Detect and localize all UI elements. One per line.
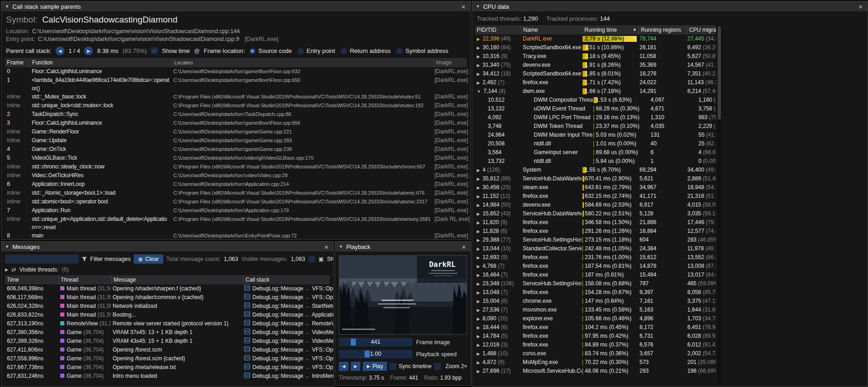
- expander-icon[interactable]: ▶: [477, 194, 481, 199]
- frame-location-radio[interactable]: Source code: [249, 47, 292, 54]
- radio-circle-icon[interactable]: [396, 48, 403, 54]
- frame-location-radio[interactable]: Return address: [341, 47, 391, 54]
- frame-location-radio[interactable]: Entry point: [297, 47, 335, 54]
- cpu-process-row[interactable]: ▶ 30,456 (25)steam.exe643.61 ms (2.79%)3…: [475, 183, 716, 192]
- cpu-process-row[interactable]: ▶ 13,048 (7)firefox.exe154.28 ms (0.67%)…: [475, 288, 716, 297]
- show-time-checkbox[interactable]: ✓: [151, 47, 158, 54]
- expander-icon[interactable]: ▶: [477, 247, 481, 251]
- expander-icon[interactable]: ▶: [477, 343, 481, 347]
- message-callstack[interactable]: DebugLog::Message ← RemoteViev: [242, 319, 334, 328]
- message-row[interactable]: 626,024,328nsMain thread (31,596)Network…: [5, 302, 330, 311]
- column-header[interactable]: PID/TID: [475, 25, 521, 35]
- expander-icon[interactable]: ▶: [477, 255, 481, 260]
- cpu-process-row[interactable]: ▶ 15,652 (43)ServiceHub.DataWarehouse580…: [475, 209, 716, 218]
- expander-icon[interactable]: ▶: [477, 273, 481, 277]
- cpu-titlebar[interactable]: ▼ CPU data ×: [472, 1, 868, 12]
- expander-icon[interactable]: ▶: [477, 220, 481, 225]
- expander-icon[interactable]: ▶: [477, 81, 481, 85]
- cpu-process-row[interactable]: ▶ 8,080 (20)explorer.exe105.66 ms (0.46%…: [475, 314, 716, 323]
- message-row[interactable]: 606,117,568nsMain thread (31,596)Opening…: [5, 293, 330, 302]
- cpu-process-row[interactable]: ▶ 27,536 (7)msvsmon.exe133.45 ms (0.58%)…: [475, 306, 716, 314]
- cpu-process-row[interactable]: 20,508ntdll.dll1.01 ms (0.00%)4025 (62.5…: [475, 139, 716, 148]
- prev-callstack-button[interactable]: ◀: [56, 46, 64, 55]
- callstack-row[interactable]: 2TaskDispatch::SyncC:\Users\wolf\Desktop…: [5, 110, 467, 119]
- expander-icon[interactable]: ▶: [477, 168, 481, 173]
- cpu-process-row[interactable]: ▶ 14,984 (50)devenv.exe584.69 ms (2.53%)…: [475, 201, 716, 209]
- collapse-arrow-icon[interactable]: ▼: [339, 244, 343, 249]
- expander-icon[interactable]: ▶: [477, 177, 481, 181]
- expand-arrow-icon[interactable]: ▶: [5, 267, 8, 272]
- expander-icon[interactable]: ▶: [477, 282, 481, 286]
- collapse-arrow-icon[interactable]: ▼: [476, 4, 480, 9]
- column-header[interactable]: Call stack: [244, 275, 334, 284]
- expander-icon[interactable]: ▶: [477, 37, 481, 41]
- frame-image-slider[interactable]: 441: [339, 338, 412, 347]
- column-header[interactable]: Running time▼: [582, 25, 639, 35]
- column-header[interactable]: Location: [172, 58, 434, 67]
- radio-circle-icon[interactable]: [249, 48, 256, 54]
- column-header[interactable]: Function: [30, 58, 172, 67]
- cpu-process-row[interactable]: ▶ 4,768 (7)firefox.exe187.54 ms (0.81%)1…: [475, 262, 716, 271]
- message-callstack[interactable]: DebugLog::Message ← VFS::Open: [242, 293, 334, 302]
- message-row[interactable]: 606,049,398nsMain thread (31,596)Opening…: [5, 284, 330, 293]
- clear-button[interactable]: ⊗Clear: [134, 254, 163, 264]
- expander-icon[interactable]: ▶: [477, 212, 481, 216]
- message-row[interactable]: 627,313,190nsRemoteView (31,392)Remote v…: [5, 319, 330, 328]
- sync-timeline-checkbox[interactable]: [389, 363, 396, 370]
- message-callstack[interactable]: DebugLog::Message ← VideoMemo: [242, 328, 334, 337]
- cpu-process-row[interactable]: ▶ 18,444 (6)firefox.exe104.2 ms (0.45%)8…: [475, 323, 716, 332]
- message-callstack[interactable]: DebugLog::Message ← Application:: [242, 311, 334, 319]
- expander-icon[interactable]: ▶: [477, 203, 481, 208]
- column-header[interactable]: Image: [434, 58, 471, 67]
- message-row[interactable]: 627,831,246nsGame (36,704)Intro menu loa…: [5, 372, 330, 381]
- collapse-arrow-icon[interactable]: ▼: [5, 4, 9, 9]
- callstack-row[interactable]: 0Floor::CalcLightNoLuminanceC:\Users\wol…: [5, 67, 467, 76]
- cpu-process-row[interactable]: ▶ 16,464 (7)firefox.exe187 ms (0.81%)15,…: [475, 271, 716, 279]
- column-header[interactable]: Frame: [5, 58, 30, 67]
- collapse-arrow-icon[interactable]: ▼: [5, 244, 9, 249]
- cpu-process-row[interactable]: ▶ 11,828 (6)firefox.exe291.26 ms (1.26%)…: [475, 227, 716, 236]
- expander-icon[interactable]: ▶: [477, 308, 481, 312]
- cpu-process-row[interactable]: ▼ 7,144 (8)dwm.exe1.66 s (7.18%)14,2918,…: [475, 87, 716, 96]
- column-header[interactable]: Running regions: [639, 25, 687, 35]
- expander-icon[interactable]: ▶: [477, 325, 481, 330]
- zoom-checkbox[interactable]: [434, 363, 441, 370]
- message-row[interactable]: 627,399,326nsGame (36,704)VRAM 43x45: 15…: [5, 337, 330, 346]
- cpu-process-row[interactable]: ▶ 29,388 (77)ServiceHub.SettingsHost273.…: [475, 236, 716, 244]
- cpu-process-row[interactable]: 10,512DWM Compositor Thread1.53 s (6.63%…: [475, 96, 716, 104]
- callstack-row[interactable]: 1<lambda_84a19dc444fae966ca174e83e708bdc…: [5, 76, 467, 92]
- cpu-process-row[interactable]: 13,132uDWM Event Thread68.29 ms (0.30%)4…: [475, 104, 716, 113]
- expander-icon[interactable]: ▶: [477, 290, 481, 295]
- cpu-process-row[interactable]: ▶ 22,396 (49)DarkRL.exe2.79 s (12.06%)78…: [475, 35, 716, 43]
- callstack-row[interactable]: inlinestd::_Atomic_storage<bool,1>::load…: [5, 189, 467, 197]
- callstack-row[interactable]: inlineGame::RenderFloorC:\Users\wolf\Des…: [5, 127, 467, 136]
- next-callstack-button[interactable]: ▶: [84, 46, 93, 55]
- cpu-process-row[interactable]: ▶ 34,412 (18)ScriptedSandbox64.exe1.85 s…: [475, 69, 716, 78]
- cpu-process-row[interactable]: 3,564GameInput server69.68 us (0.00%)64 …: [475, 148, 716, 157]
- close-icon[interactable]: ×: [857, 3, 864, 10]
- playback-speed-slider[interactable]: 1.00: [339, 350, 412, 358]
- cpu-process-row[interactable]: ▶ 23,348 (106)ServiceHub.SettingsHost158…: [475, 279, 716, 288]
- column-header[interactable]: Name: [521, 25, 582, 35]
- message-row[interactable]: 627,558,996nsGame (36,704)Opening /fores…: [5, 354, 330, 363]
- expander-icon[interactable]: ▶: [477, 369, 481, 374]
- cpu-process-row[interactable]: ▶ 11,820 (9)firefox.exe346.58 ms (1.50%)…: [475, 218, 716, 227]
- expander-icon[interactable]: ▶: [477, 334, 481, 339]
- expander-icon[interactable]: ▶: [477, 63, 481, 68]
- callstack-row[interactable]: inlinestd::atomic<bool>::operator boolC:…: [5, 197, 467, 206]
- callstack-row[interactable]: 6Application::InnerLoopC:\Users\wolf\Des…: [5, 180, 467, 189]
- message-callstack[interactable]: DebugLog::Message ← VideoMemo: [242, 337, 334, 346]
- cpu-process-row[interactable]: ▶ 14,784 (5)firefox.exe97.95 ms (0.42%)6…: [475, 332, 716, 341]
- close-icon[interactable]: ×: [323, 243, 330, 250]
- callstack-row[interactable]: inlinestd::unique_lock<std::mutex>::lock…: [5, 101, 467, 110]
- radio-circle-icon[interactable]: [341, 48, 347, 54]
- expander-icon[interactable]: ▶: [477, 54, 481, 59]
- column-header[interactable]: Time: [5, 275, 59, 284]
- cpu-scrollbar[interactable]: [717, 25, 721, 384]
- cpu-process-row[interactable]: ▶ 13,044 (10)StandardCollector.Service24…: [475, 244, 716, 253]
- expander-icon[interactable]: ▶: [477, 229, 481, 234]
- expander-icon[interactable]: ▶: [477, 72, 481, 76]
- cpu-process-row[interactable]: ▶ 30,160 (84)ScriptedSandbox64.exe2.51 s…: [475, 43, 716, 52]
- messages-titlebar[interactable]: ▼ Messages ×: [1, 242, 333, 252]
- message-callstack[interactable]: DebugLog::Message ← StartNetwo: [242, 302, 334, 311]
